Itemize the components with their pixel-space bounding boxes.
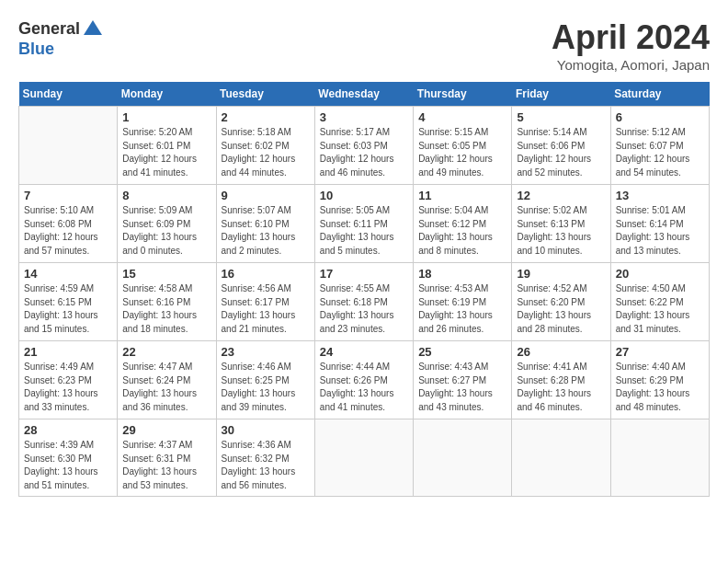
day-number: 22 [122, 345, 210, 359]
day-number: 5 [517, 110, 605, 124]
calendar-day: 5Sunrise: 5:14 AMSunset: 6:06 PMDaylight… [512, 107, 610, 185]
column-header-saturday: Saturday [610, 82, 709, 107]
day-info: Sunrise: 5:14 AMSunset: 6:06 PMDaylight:… [517, 126, 605, 179]
calendar-day: 19Sunrise: 4:52 AMSunset: 6:20 PMDayligh… [512, 263, 610, 341]
day-info: Sunrise: 4:40 AMSunset: 6:29 PMDaylight:… [616, 361, 704, 414]
logo-blue-text: Blue [18, 40, 104, 59]
calendar-day: 21Sunrise: 4:49 AMSunset: 6:23 PMDayligh… [19, 341, 118, 419]
calendar-day: 20Sunrise: 4:50 AMSunset: 6:22 PMDayligh… [610, 263, 709, 341]
day-info: Sunrise: 5:05 AMSunset: 6:11 PMDaylight:… [320, 204, 408, 258]
day-number: 7 [24, 189, 112, 202]
logo: General Blue [18, 18, 104, 59]
calendar-table: SundayMondayTuesdayWednesdayThursdayFrid… [18, 82, 710, 497]
calendar-day: 26Sunrise: 4:41 AMSunset: 6:28 PMDayligh… [512, 341, 610, 419]
day-info: Sunrise: 4:49 AMSunset: 6:23 PMDaylight:… [24, 361, 112, 414]
day-number: 10 [320, 189, 408, 202]
day-number: 28 [24, 423, 112, 437]
column-header-monday: Monday [118, 82, 216, 107]
day-info: Sunrise: 4:46 AMSunset: 6:25 PMDaylight:… [222, 361, 310, 414]
day-info: Sunrise: 5:20 AMSunset: 6:01 PMDaylight:… [122, 126, 210, 179]
day-number: 15 [122, 267, 210, 281]
day-info: Sunrise: 5:18 AMSunset: 6:02 PMDaylight:… [222, 126, 310, 179]
calendar-day: 18Sunrise: 4:53 AMSunset: 6:19 PMDayligh… [414, 263, 512, 341]
calendar-subtitle: Yomogita, Aomori, Japan [552, 57, 710, 73]
calendar-day: 27Sunrise: 4:40 AMSunset: 6:29 PMDayligh… [610, 341, 709, 419]
calendar-week-5: 28Sunrise: 4:39 AMSunset: 6:30 PMDayligh… [19, 419, 710, 497]
calendar-day [19, 107, 118, 185]
day-info: Sunrise: 4:56 AMSunset: 6:17 PMDaylight:… [222, 282, 310, 336]
day-number: 23 [222, 345, 310, 359]
day-info: Sunrise: 5:12 AMSunset: 6:07 PMDaylight:… [616, 126, 704, 179]
day-number: 21 [24, 345, 112, 359]
day-number: 11 [418, 189, 506, 202]
calendar-body: 1Sunrise: 5:20 AMSunset: 6:01 PMDaylight… [19, 107, 710, 497]
title-area: April 2024 Yomogita, Aomori, Japan [552, 18, 710, 73]
column-header-wednesday: Wednesday [314, 82, 413, 107]
day-number: 30 [222, 423, 310, 437]
calendar-day: 23Sunrise: 4:46 AMSunset: 6:25 PMDayligh… [216, 341, 314, 419]
day-number: 8 [122, 189, 210, 202]
calendar-week-3: 14Sunrise: 4:59 AMSunset: 6:15 PMDayligh… [19, 263, 710, 341]
day-info: Sunrise: 4:41 AMSunset: 6:28 PMDaylight:… [517, 361, 605, 414]
logo-icon [82, 18, 104, 40]
calendar-day: 9Sunrise: 5:07 AMSunset: 6:10 PMDaylight… [216, 185, 314, 263]
calendar-week-1: 1Sunrise: 5:20 AMSunset: 6:01 PMDaylight… [19, 107, 710, 185]
calendar-day: 16Sunrise: 4:56 AMSunset: 6:17 PMDayligh… [216, 263, 314, 341]
day-info: Sunrise: 5:17 AMSunset: 6:03 PMDaylight:… [320, 126, 408, 179]
day-info: Sunrise: 4:53 AMSunset: 6:19 PMDaylight:… [418, 282, 506, 336]
svg-marker-0 [84, 20, 102, 35]
calendar-title: April 2024 [552, 18, 710, 57]
day-number: 1 [122, 110, 210, 124]
day-number: 2 [222, 110, 310, 124]
day-info: Sunrise: 5:10 AMSunset: 6:08 PMDaylight:… [24, 204, 112, 258]
day-number: 13 [616, 189, 704, 202]
calendar-day: 24Sunrise: 4:44 AMSunset: 6:26 PMDayligh… [314, 341, 413, 419]
day-number: 4 [418, 110, 506, 124]
day-number: 16 [222, 267, 310, 281]
day-info: Sunrise: 4:47 AMSunset: 6:24 PMDaylight:… [122, 361, 210, 414]
day-info: Sunrise: 5:01 AMSunset: 6:14 PMDaylight:… [616, 204, 704, 258]
day-info: Sunrise: 5:09 AMSunset: 6:09 PMDaylight:… [122, 204, 210, 258]
calendar-day: 15Sunrise: 4:58 AMSunset: 6:16 PMDayligh… [118, 263, 216, 341]
day-number: 3 [320, 110, 408, 124]
calendar-day: 17Sunrise: 4:55 AMSunset: 6:18 PMDayligh… [314, 263, 413, 341]
calendar-day: 3Sunrise: 5:17 AMSunset: 6:03 PMDaylight… [314, 107, 413, 185]
day-number: 26 [517, 345, 605, 359]
day-info: Sunrise: 5:02 AMSunset: 6:13 PMDaylight:… [517, 204, 605, 258]
calendar-week-4: 21Sunrise: 4:49 AMSunset: 6:23 PMDayligh… [19, 341, 710, 419]
day-info: Sunrise: 4:43 AMSunset: 6:27 PMDaylight:… [418, 361, 506, 414]
calendar-week-2: 7Sunrise: 5:10 AMSunset: 6:08 PMDaylight… [19, 185, 710, 263]
column-header-sunday: Sunday [19, 82, 118, 107]
day-info: Sunrise: 4:44 AMSunset: 6:26 PMDaylight:… [320, 361, 408, 414]
day-number: 19 [517, 267, 605, 281]
calendar-day [314, 419, 413, 497]
page-header: General Blue April 2024 Yomogita, Aomori… [18, 18, 710, 73]
logo-general-text: General [18, 20, 80, 39]
calendar-day: 4Sunrise: 5:15 AMSunset: 6:05 PMDaylight… [414, 107, 512, 185]
calendar-day: 12Sunrise: 5:02 AMSunset: 6:13 PMDayligh… [512, 185, 610, 263]
day-info: Sunrise: 5:15 AMSunset: 6:05 PMDaylight:… [418, 126, 506, 179]
day-info: Sunrise: 4:52 AMSunset: 6:20 PMDaylight:… [517, 282, 605, 336]
calendar-day: 6Sunrise: 5:12 AMSunset: 6:07 PMDaylight… [610, 107, 709, 185]
calendar-day: 10Sunrise: 5:05 AMSunset: 6:11 PMDayligh… [314, 185, 413, 263]
calendar-day: 13Sunrise: 5:01 AMSunset: 6:14 PMDayligh… [610, 185, 709, 263]
day-number: 20 [616, 267, 704, 281]
calendar-day: 29Sunrise: 4:37 AMSunset: 6:31 PMDayligh… [118, 419, 216, 497]
calendar-day [512, 419, 610, 497]
column-header-friday: Friday [512, 82, 610, 107]
header-row: SundayMondayTuesdayWednesdayThursdayFrid… [19, 82, 710, 107]
day-info: Sunrise: 4:59 AMSunset: 6:15 PMDaylight:… [24, 282, 112, 336]
day-number: 6 [616, 110, 704, 124]
calendar-day: 30Sunrise: 4:36 AMSunset: 6:32 PMDayligh… [216, 419, 314, 497]
calendar-day: 7Sunrise: 5:10 AMSunset: 6:08 PMDaylight… [19, 185, 118, 263]
day-info: Sunrise: 4:58 AMSunset: 6:16 PMDaylight:… [122, 282, 210, 336]
column-header-tuesday: Tuesday [216, 82, 314, 107]
calendar-header: SundayMondayTuesdayWednesdayThursdayFrid… [19, 82, 710, 107]
calendar-day: 2Sunrise: 5:18 AMSunset: 6:02 PMDaylight… [216, 107, 314, 185]
day-info: Sunrise: 4:39 AMSunset: 6:30 PMDaylight:… [24, 439, 112, 492]
day-number: 12 [517, 189, 605, 202]
day-number: 27 [616, 345, 704, 359]
calendar-day: 25Sunrise: 4:43 AMSunset: 6:27 PMDayligh… [414, 341, 512, 419]
calendar-day: 28Sunrise: 4:39 AMSunset: 6:30 PMDayligh… [19, 419, 118, 497]
day-number: 25 [418, 345, 506, 359]
